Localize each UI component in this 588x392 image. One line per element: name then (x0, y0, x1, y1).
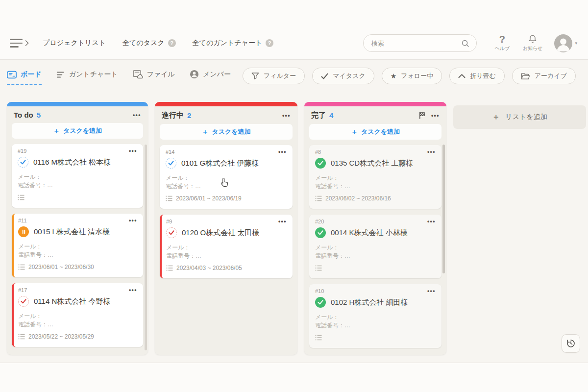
scrollbar-thumb[interactable] (442, 145, 445, 273)
more-icon[interactable]: ••• (431, 113, 440, 119)
search-box (363, 34, 477, 52)
task-card[interactable]: #19 ••• 0116 M株式会社 松本様 メール： 電話番号：… (12, 144, 143, 208)
task-id: #20 (315, 219, 324, 224)
status-done-icon[interactable] (315, 297, 326, 308)
add-task-button[interactable]: ＋ タスクを追加 (309, 124, 441, 140)
task-card[interactable]: #17 ••• 0114 N株式会社 今野様 メール： 電話番号：… (12, 283, 143, 347)
more-icon[interactable]: ••• (129, 218, 137, 223)
phone-label: 電話番号：… (166, 182, 287, 191)
collapse-button-label: 折り畳む (470, 72, 496, 80)
task-title: 0135 CD株式会社 工藤様 (331, 159, 413, 168)
plus-icon: ＋ (201, 128, 208, 135)
task-id: #19 (18, 148, 26, 154)
tab-files-label: ファイル (147, 70, 175, 79)
archive-folder-icon (521, 73, 530, 80)
sidebar-toggle-button[interactable] (10, 39, 29, 47)
search-input[interactable] (370, 39, 461, 48)
phone-label: 電話番号：… (315, 182, 436, 191)
checklist-icon (315, 335, 322, 341)
task-id: #10 (315, 288, 324, 294)
task-title: 0101 G株式会社 伊藤様 (181, 159, 259, 168)
more-icon[interactable]: ••• (427, 149, 436, 155)
gantt-icon (56, 71, 65, 78)
help-badge-icon[interactable]: ? (266, 39, 273, 47)
more-icon[interactable]: ••• (129, 287, 137, 293)
task-card[interactable]: #10 ••• 0102 H株式会社 細田様 メール： 電話番号：… (309, 284, 441, 348)
add-task-button[interactable]: ＋ タスクを追加 (12, 123, 143, 139)
more-icon[interactable]: ••• (278, 149, 287, 155)
tab-board[interactable]: ボード (7, 70, 42, 85)
history-button[interactable] (562, 334, 580, 353)
checklist-icon (18, 264, 25, 270)
date-range: 2023/04/03 ~ 2023/06/05 (176, 265, 242, 271)
status-pause-icon[interactable] (18, 226, 29, 237)
mail-label: メール： (315, 174, 436, 182)
tab-files[interactable]: ファイル (133, 70, 175, 85)
more-icon[interactable]: ••• (129, 148, 137, 154)
filter-button-label: フィルター (264, 72, 296, 80)
phone-label: 電話番号：… (166, 252, 287, 260)
add-list-button[interactable]: ＋ リストを追加 (453, 105, 586, 129)
mail-label: メール： (18, 243, 137, 251)
task-id: #9 (166, 219, 172, 224)
task-id: #11 (18, 218, 27, 223)
scrollbar-thumb[interactable] (145, 145, 147, 350)
filter-button[interactable]: フィルター (243, 68, 305, 84)
help-menu[interactable]: ? ヘルプ (493, 35, 511, 52)
status-done-icon[interactable] (315, 158, 326, 169)
date-range: 2023/06/01 ~ 2023/06/19 (176, 195, 242, 202)
checklist-icon (166, 196, 172, 201)
task-title: 0102 H株式会社 細田様 (331, 298, 408, 307)
tab-gantt-label: ガントチャート (69, 70, 118, 79)
more-icon[interactable]: ••• (282, 113, 291, 119)
add-task-button[interactable]: ＋ タスクを追加 (160, 124, 293, 140)
card-list: #14 ••• 0101 G株式会社 伊藤様 メール： 電話番号：… (155, 145, 297, 278)
board-toolbar: フィルター マイタスク ★ フォロー中 折り畳む アーカイブ (243, 68, 576, 84)
task-card[interactable]: #9 ••• 0120 O株式会社 太田様 メール： 電話番号：… (160, 215, 293, 278)
status-check-icon[interactable] (166, 227, 177, 238)
status-check-icon[interactable] (18, 157, 28, 168)
more-icon[interactable]: ••• (278, 219, 287, 224)
tab-board-label: ボード (21, 70, 42, 79)
search-icon[interactable] (461, 39, 469, 48)
status-check-icon[interactable] (166, 158, 176, 169)
more-icon[interactable]: ••• (133, 112, 141, 118)
more-icon[interactable]: ••• (427, 219, 436, 224)
nav-all-tasks[interactable]: 全てのタスク ? (122, 39, 176, 48)
task-card[interactable]: #8 ••• 0135 CD株式会社 工藤様 メール： 電話番号：… (309, 145, 441, 209)
checklist-icon (18, 334, 25, 340)
archive-button[interactable]: アーカイブ (512, 68, 576, 84)
board-icon (7, 71, 17, 79)
my-tasks-button[interactable]: マイタスク (312, 68, 374, 84)
add-task-label: タスクを追加 (63, 126, 102, 135)
nav-all-tasks-label: 全てのタスク (122, 39, 165, 48)
account-menu[interactable]: ▾ (554, 34, 577, 52)
checklist-icon (166, 265, 173, 271)
collapse-button[interactable]: 折り畳む (449, 68, 505, 84)
list-count: 2 (187, 111, 191, 120)
status-done-icon[interactable] (315, 227, 326, 238)
task-title: 0015 L株式会社 清水様 (34, 227, 110, 237)
more-icon[interactable]: ••• (427, 288, 436, 294)
plus-icon: ＋ (492, 113, 500, 121)
following-button[interactable]: ★ フォロー中 (382, 68, 442, 84)
date-range: 2023/06/02 ~ 2023/06/16 (325, 195, 391, 202)
mail-label: メール： (166, 244, 287, 252)
notifications-menu[interactable]: お知らせ (523, 34, 543, 52)
mail-label: メール： (18, 312, 137, 320)
tab-members-label: メンバー (203, 70, 231, 79)
goal-flag-icon[interactable] (418, 112, 426, 119)
task-card[interactable]: #11 ••• 0015 L株式会社 清水様 メール： 電話番号：… (12, 214, 143, 277)
list-header: To do 5 ••• (7, 106, 148, 122)
add-task-label: タスクを追加 (212, 127, 250, 136)
task-card[interactable]: #14 ••• 0101 G株式会社 伊藤様 メール： 電話番号：… (160, 145, 293, 209)
status-check-icon[interactable] (18, 296, 29, 307)
tab-members[interactable]: メンバー (190, 70, 231, 85)
nav-project-list[interactable]: プロジェクトリスト (43, 39, 106, 48)
help-badge-icon[interactable]: ? (168, 39, 176, 47)
task-card[interactable]: #20 ••• 0014 K株式会社 小林様 メール： 電話番号：… (309, 215, 441, 278)
list-accent-bar (155, 102, 297, 106)
tab-gantt[interactable]: ガントチャート (56, 70, 118, 85)
mail-label: メール： (315, 313, 436, 321)
nav-all-gantt[interactable]: 全てのガントチャート ? (193, 39, 274, 48)
